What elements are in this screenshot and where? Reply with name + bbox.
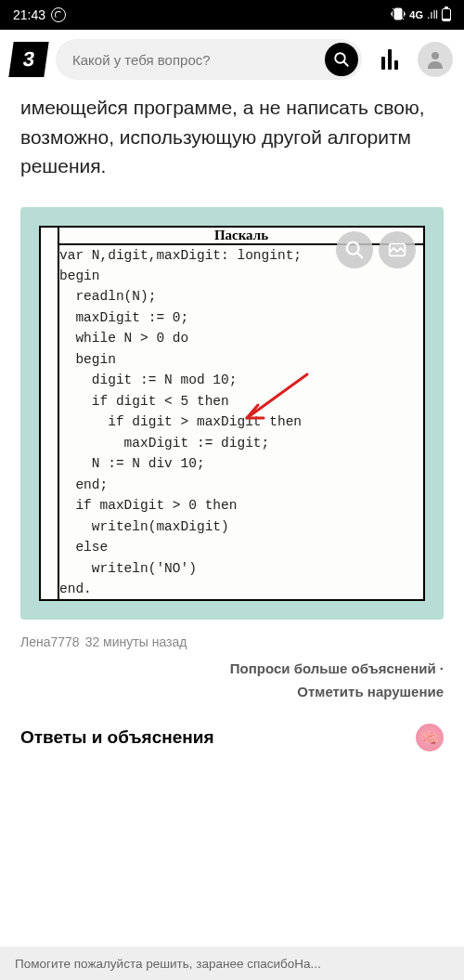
image-fullscreen-button[interactable] [379,231,416,268]
question-text: имеющейся программе, а не написать свою,… [20,93,444,181]
battery-icon [442,8,451,21]
main-content: имеющейся программе, а не написать свою,… [0,93,464,764]
search-button[interactable] [325,43,358,76]
answers-title: Ответы и объяснения [20,727,213,748]
vibrate-icon [391,7,406,24]
search-icon [333,51,350,68]
report-link[interactable]: Отметить нарушение [20,684,444,699]
image-icon [387,240,407,260]
app-logo[interactable]: 3 [8,42,48,77]
zoom-icon [344,240,365,260]
asker-username[interactable]: Лена7778 [20,634,80,649]
image-zoom-button[interactable] [336,231,373,268]
app-header: 3 [0,30,464,89]
question-timestamp: 32 минуты назад [85,634,187,649]
bottom-ticker[interactable]: Помогите пожалуйста решить, заранее спас… [0,947,464,980]
status-bar: 21:43 4G .ıll [0,0,464,30]
question-meta: Лена7778 32 минуты назад [20,634,444,649]
answers-section-header: Ответы и объяснения 🧠 [20,724,444,764]
search-input[interactable] [72,52,325,68]
network-4g-icon: 4G [409,9,423,20]
brain-icon: 🧠 [420,729,439,747]
brain-badge[interactable]: 🧠 [416,724,444,751]
search-box[interactable] [56,39,362,80]
status-time: 21:43 [13,7,45,22]
svg-line-2 [343,61,348,66]
svg-point-3 [432,52,439,59]
signal-bars-icon: .ıll [427,8,438,21]
stats-icon[interactable] [377,49,403,70]
svg-line-5 [357,252,363,257]
ask-more-link[interactable]: Попроси больше объяснений · [20,660,444,676]
shazam-icon [51,7,66,22]
attached-image[interactable]: Паскаль var N,digit,maxDigit: longint; b… [20,207,444,621]
profile-avatar[interactable] [418,42,453,77]
person-icon [424,48,446,71]
code-content: var N,digit,maxDigit: longint; begin rea… [58,244,424,601]
ticker-text: Помогите пожалуйста решить, заранее спас… [15,957,321,971]
code-screenshot: Паскаль var N,digit,maxDigit: longint; b… [39,226,425,602]
